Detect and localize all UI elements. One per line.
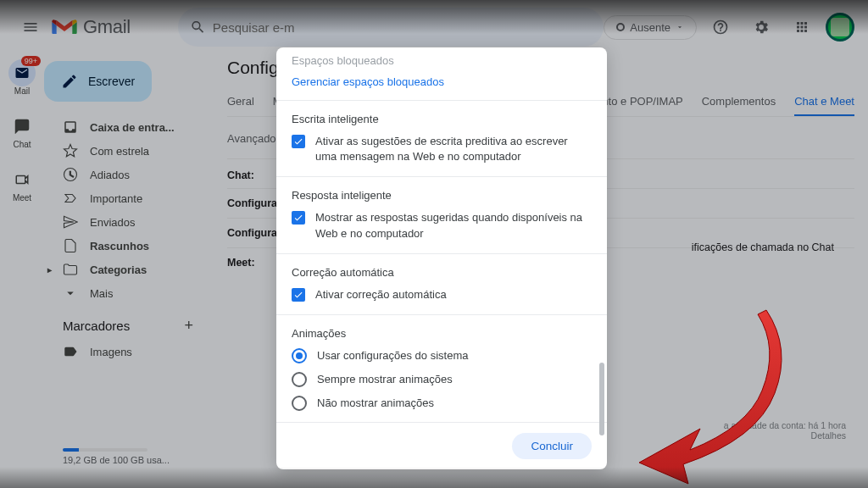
checkbox-checked-icon: [292, 211, 305, 225]
dialog-scrollbar[interactable]: [599, 363, 604, 435]
checkbox-checked-icon: [292, 135, 305, 148]
autocorrect-title: Correção automática: [292, 266, 592, 279]
smart-reply-checkbox[interactable]: Mostrar as respostas sugeridas quando di…: [292, 210, 592, 241]
radio-unchecked-icon: [292, 396, 307, 411]
autocorrect-checkbox[interactable]: Ativar correção automática: [292, 287, 592, 302]
checkbox-checked-icon: [292, 288, 305, 302]
animations-title: Animações: [292, 327, 592, 340]
settings-dialog: Espaços bloqueados Gerenciar espaços blo…: [276, 47, 607, 469]
smart-write-checkbox[interactable]: Ativar as sugestões de escrita preditiva…: [292, 134, 592, 164]
blocked-spaces-title: Espaços bloqueados: [292, 54, 592, 67]
smart-write-title: Escrita inteligente: [292, 113, 592, 125]
radio-unchecked-icon: [292, 372, 307, 387]
done-button[interactable]: Concluir: [512, 433, 592, 459]
radio-checked-icon: [292, 348, 307, 363]
anim-radio-never[interactable]: Não mostrar animações: [292, 396, 592, 411]
manage-blocked-link[interactable]: Gerenciar espaços bloqueados: [292, 75, 592, 88]
anim-radio-system[interactable]: Usar configurações do sistema: [292, 348, 592, 363]
smart-reply-title: Resposta inteligente: [292, 189, 592, 202]
anim-radio-always[interactable]: Sempre mostrar animações: [292, 372, 592, 387]
